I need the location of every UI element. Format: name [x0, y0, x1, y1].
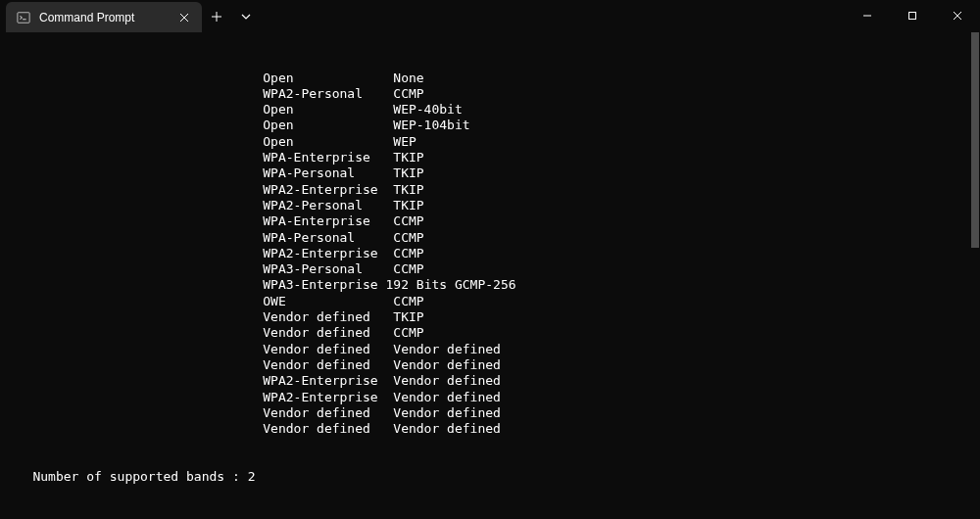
auth-cipher-row: WPA2-PersonalTKIP — [10, 198, 980, 213]
auth-cipher-row: WPA2-PersonalCCMP — [10, 86, 980, 102]
auth-cipher-row: Vendor definedVendor defined — [10, 421, 980, 437]
auth-value: WPA-Enterprise — [263, 150, 393, 165]
auth-value: Open — [263, 134, 393, 150]
cipher-value: Vendor defined — [393, 421, 501, 437]
auth-value: WPA2-Enterprise — [263, 373, 393, 389]
cipher-value: Vendor defined — [393, 373, 501, 389]
scrollbar-thumb[interactable] — [971, 32, 979, 248]
cipher-value: None — [393, 71, 423, 86]
auth-cipher-row: WPA3-PersonalCCMP — [10, 261, 980, 277]
auth-value: WPA2-Enterprise — [263, 182, 393, 198]
auth-value: Open — [263, 71, 393, 86]
auth-cipher-row: WPA-EnterpriseTKIP — [10, 150, 980, 165]
cipher-value: CCMP — [393, 86, 423, 102]
auth-value: Vendor defined — [263, 357, 393, 373]
tab-close-button[interactable] — [176, 10, 192, 25]
auth-cipher-row: OpenWEP-40bit — [10, 102, 980, 118]
cipher-value: CCMP — [393, 230, 423, 246]
auth-cipher-row: OpenWEP-104bit — [10, 118, 980, 133]
bands-label: Number of supported bands : — [32, 469, 239, 484]
cipher-value: TKIP — [393, 165, 423, 181]
cipher-value: TKIP — [393, 309, 423, 325]
auth-value: WPA3-Enterprise 192 Bits GCMP-256 — [263, 277, 515, 293]
scrollbar[interactable] — [970, 32, 980, 519]
auth-value: WPA-Enterprise — [263, 213, 393, 229]
auth-cipher-row: Vendor definedTKIP — [10, 309, 980, 325]
close-button[interactable] — [935, 0, 980, 31]
cipher-value: Vendor defined — [393, 405, 501, 421]
auth-value: WPA2-Enterprise — [263, 390, 393, 405]
svg-rect-3 — [909, 13, 916, 20]
auth-cipher-row: Vendor definedVendor defined — [10, 405, 980, 421]
cipher-value: Vendor defined — [393, 390, 501, 405]
auth-value: Vendor defined — [263, 405, 393, 421]
cipher-value: Vendor defined — [393, 342, 501, 357]
tab-title: Command Prompt — [39, 11, 176, 24]
cipher-value: CCMP — [393, 294, 423, 309]
auth-cipher-row: WPA2-EnterpriseVendor defined — [10, 390, 980, 405]
cipher-value: CCMP — [393, 261, 423, 277]
auth-value: WPA2-Enterprise — [263, 246, 393, 261]
cipher-value: Vendor defined — [393, 357, 501, 373]
auth-cipher-row: WPA2-EnterpriseTKIP — [10, 182, 980, 198]
auth-value: WPA3-Personal — [263, 261, 393, 277]
auth-cipher-row: WPA2-EnterpriseCCMP — [10, 246, 980, 261]
titlebar: Command Prompt — [0, 0, 980, 32]
cipher-value: WEP-104bit — [393, 118, 469, 133]
auth-value: WPA2-Personal — [263, 86, 393, 102]
cipher-value: WEP — [393, 134, 416, 150]
cipher-value: CCMP — [393, 246, 423, 261]
auth-cipher-row: OpenNone — [10, 71, 980, 86]
tab-dropdown-button[interactable] — [231, 2, 261, 31]
auth-cipher-row: WPA2-EnterpriseVendor defined — [10, 373, 980, 389]
auth-value: Vendor defined — [263, 309, 393, 325]
cipher-value: TKIP — [393, 182, 423, 198]
auth-cipher-row: OWECCMP — [10, 294, 980, 309]
auth-value: WPA-Personal — [263, 165, 393, 181]
auth-cipher-row: Vendor definedCCMP — [10, 325, 980, 341]
auth-cipher-row: WPA-PersonalTKIP — [10, 165, 980, 181]
terminal-icon — [16, 10, 31, 25]
auth-value: OWE — [263, 294, 393, 309]
auth-value: Vendor defined — [263, 342, 393, 357]
window-controls — [845, 0, 980, 31]
cipher-value: CCMP — [393, 213, 423, 229]
cipher-value: TKIP — [393, 198, 423, 213]
auth-value: Open — [263, 102, 393, 118]
terminal-output[interactable]: OpenNoneWPA2-PersonalCCMPOpenWEP-40bitOp… — [0, 32, 980, 519]
cipher-value: CCMP — [393, 325, 423, 341]
auth-cipher-row: Vendor definedVendor defined — [10, 342, 980, 357]
cipher-value: WEP-40bit — [393, 102, 462, 118]
svg-rect-0 — [18, 12, 29, 23]
auth-value: Open — [263, 118, 393, 133]
bands-count: 2 — [248, 469, 256, 484]
auth-value: Vendor defined — [263, 325, 393, 341]
auth-cipher-row: WPA-PersonalCCMP — [10, 230, 980, 246]
auth-value: WPA2-Personal — [263, 198, 393, 213]
tab-command-prompt[interactable]: Command Prompt — [6, 2, 202, 32]
auth-value: Vendor defined — [263, 421, 393, 437]
auth-cipher-row: Vendor definedVendor defined — [10, 357, 980, 373]
auth-cipher-row: WPA3-Enterprise 192 Bits GCMP-256 — [10, 277, 980, 293]
cipher-value: TKIP — [393, 150, 423, 165]
auth-cipher-row: OpenWEP — [10, 134, 980, 150]
new-tab-button[interactable] — [202, 2, 231, 31]
minimize-button[interactable] — [845, 0, 890, 31]
auth-value: WPA-Personal — [263, 230, 393, 246]
maximize-button[interactable] — [890, 0, 935, 31]
auth-cipher-row: WPA-EnterpriseCCMP — [10, 213, 980, 229]
